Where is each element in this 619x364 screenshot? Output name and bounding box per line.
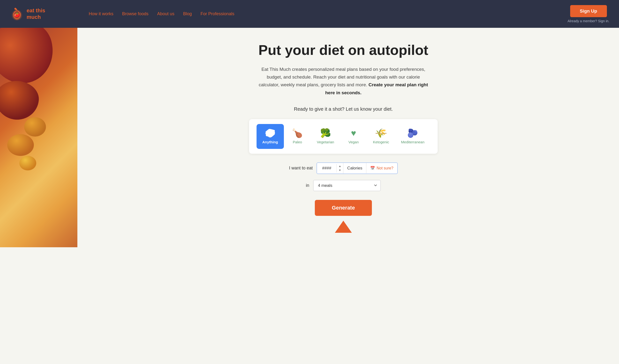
mediterranean-icon: 🫐 (407, 129, 418, 138)
meals-row: in 1 meal 2 meals 3 meals 4 meals 5 meal… (276, 180, 411, 191)
diet-option-paleo[interactable]: 🍗 Paleo (284, 124, 311, 149)
calorie-row: I want to eat ▲ ▼ Calories 📅 Not sure? (276, 162, 411, 174)
anything-label: Anything (262, 140, 278, 144)
diet-option-mediterranean[interactable]: 🫐 Mediterranean (395, 124, 430, 149)
food-background (0, 28, 77, 247)
diet-option-vegetarian[interactable]: 🥦 Vegetarian (311, 124, 340, 149)
vegetarian-icon: 🥦 (320, 129, 331, 138)
vegan-icon: ♥ (351, 129, 356, 138)
vegan-label: Vegan (348, 140, 359, 144)
hero-section: Put your diet on autopilot Eat This Much… (0, 28, 619, 247)
hero-title: Put your diet on autopilot (258, 42, 428, 58)
meals-label: in (306, 183, 309, 188)
hero-food-image (0, 28, 77, 247)
hero-description: Eat This Much creates personalized meal … (256, 66, 430, 97)
diet-option-vegan[interactable]: ♥ Vegan (340, 124, 367, 149)
calorie-input-group: ▲ ▼ Calories 📅 Not sure? (317, 162, 398, 174)
tomato-small-2 (7, 134, 34, 156)
tomato-tiny (19, 156, 36, 170)
triangle-icon (335, 221, 352, 233)
logo-icon: 🍅 (10, 7, 24, 21)
diet-option-ketogenic[interactable]: 🌾 Ketogenic (367, 124, 395, 149)
vegetarian-label: Vegetarian (317, 140, 334, 144)
bottom-indicator (335, 221, 352, 233)
ketogenic-label: Ketogenic (373, 140, 389, 144)
nav-browse-foods[interactable]: Browse foods (122, 11, 148, 16)
calorie-input[interactable] (317, 163, 336, 174)
nav-blog[interactable]: Blog (183, 11, 192, 16)
nav-links: How it works Browse foods About us Blog … (89, 11, 567, 16)
signup-button[interactable]: Sign Up (570, 5, 607, 17)
generate-button[interactable]: Generate (315, 200, 372, 216)
nav-about-us[interactable]: About us (157, 11, 174, 16)
nav-how-it-works[interactable]: How it works (89, 11, 113, 16)
logo-text: eat this much (27, 8, 45, 20)
diet-selector: 🥪 Anything 🍗 Paleo 🥦 Vegetarian ♥ Vegan … (249, 119, 438, 154)
svg-text:🍅: 🍅 (14, 12, 20, 18)
calorie-increment[interactable]: ▲ (337, 164, 343, 168)
nav-right: Sign Up Already a member? Sign in. (567, 5, 609, 23)
meals-select[interactable]: 1 meal 2 meals 3 meals 4 meals 5 meals 6… (313, 180, 381, 191)
tomato-large (0, 28, 60, 90)
mediterranean-label: Mediterranean (401, 140, 425, 144)
tomato-small-1 (24, 117, 46, 137)
calorie-label: I want to eat (289, 166, 313, 171)
not-sure-button[interactable]: 📅 Not sure? (366, 163, 397, 173)
tomato-medium (0, 79, 40, 121)
signin-text: Already a member? Sign in. (567, 19, 609, 23)
ketogenic-icon: 🌾 (376, 129, 386, 138)
calorie-decrement[interactable]: ▼ (337, 168, 343, 172)
calories-unit: Calories (343, 163, 366, 174)
paleo-label: Paleo (293, 140, 302, 144)
logo-link[interactable]: 🍅 eat this much (10, 7, 45, 21)
paleo-icon: 🍗 (292, 129, 303, 138)
not-sure-label: Not sure? (377, 166, 393, 170)
hero-content: Put your diet on autopilot Eat This Much… (72, 28, 619, 247)
calorie-spinner: ▲ ▼ (336, 164, 343, 172)
hero-cta-text: Ready to give it a shot? Let us know you… (294, 106, 393, 112)
nav-for-professionals[interactable]: For Professionals (200, 11, 234, 16)
navbar: 🍅 eat this much How it works Browse food… (0, 0, 619, 28)
anything-icon: 🥪 (265, 129, 276, 138)
diet-option-anything[interactable]: 🥪 Anything (256, 124, 284, 149)
calendar-icon: 📅 (370, 166, 375, 170)
